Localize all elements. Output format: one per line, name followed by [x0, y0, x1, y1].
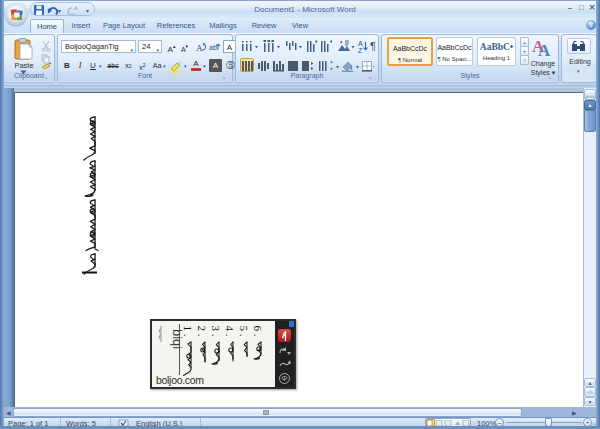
- svg-text:ab: ab: [209, 44, 217, 51]
- svg-text:A: A: [196, 43, 203, 52]
- svg-text:¶: ¶: [370, 40, 376, 52]
- svg-text:A: A: [538, 41, 551, 57]
- svg-text:A: A: [358, 40, 363, 47]
- svg-text:▾: ▾: [86, 8, 89, 14]
- svg-text:Z: Z: [358, 47, 363, 54]
- svg-text:▾: ▾: [58, 8, 61, 14]
